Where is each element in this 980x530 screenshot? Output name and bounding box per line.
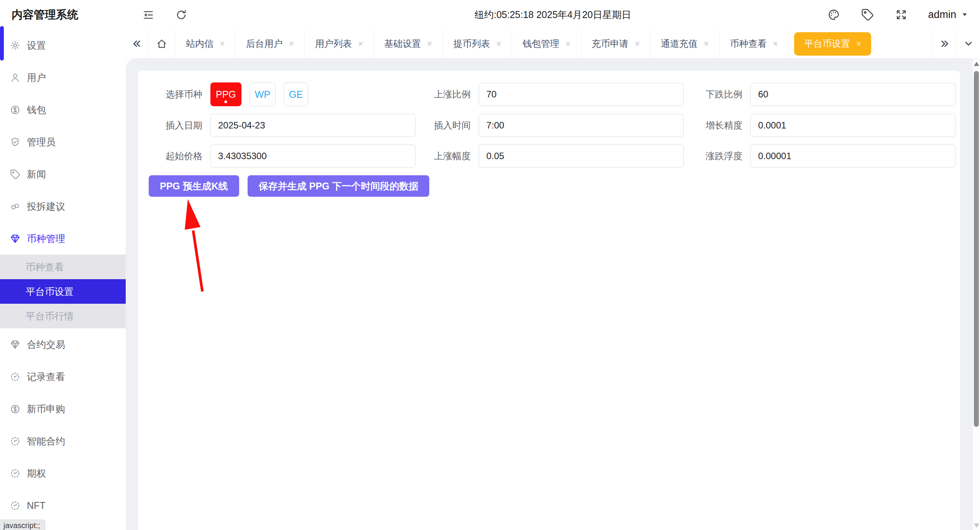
sidebar-subitem-platform-coin-market[interactable]: 平台币行情 bbox=[0, 304, 126, 328]
sidebar-item-label: 智能合约 bbox=[27, 435, 65, 448]
palette-icon bbox=[827, 8, 840, 21]
sidebar-item-wallet[interactable]: 钱包 bbox=[0, 94, 126, 126]
top-right-tools: admin bbox=[827, 0, 969, 29]
insert-date-input[interactable] bbox=[210, 114, 415, 137]
coin-button-label: WP bbox=[255, 89, 270, 100]
tab-close-icon[interactable]: × bbox=[704, 40, 709, 48]
tab-platform-coin-settings-active[interactable]: 平台币设置 × bbox=[794, 32, 871, 56]
sidebar-item-label: 设置 bbox=[27, 39, 46, 52]
tab-close-icon[interactable]: × bbox=[773, 40, 778, 48]
app-window: 内容管理系统 纽约:05:25:18 2025年4月20日星期日 bbox=[0, 0, 980, 530]
fluctuation-cell: 涨跌浮度 bbox=[689, 145, 955, 168]
tab-admin-users[interactable]: 后台用户 × bbox=[235, 29, 304, 58]
tab-withdraw-list[interactable]: 提币列表 × bbox=[443, 29, 512, 58]
growth-precision-input[interactable] bbox=[750, 114, 955, 137]
top-bar: 内容管理系统 纽约:05:25:18 2025年4月20日星期日 bbox=[0, 0, 980, 29]
sidebar-subitem-coin-view[interactable]: 币种查看 bbox=[0, 255, 126, 279]
form-row-1: 选择币种 PPG WP GE bbox=[149, 82, 960, 106]
coin-selector-cell: 选择币种 PPG WP GE bbox=[149, 82, 415, 106]
tab-label: 钱包管理 bbox=[522, 38, 559, 50]
sidebar-item-news[interactable]: 新闻 bbox=[0, 158, 126, 190]
sidebar-item-users[interactable]: 用户 bbox=[0, 61, 126, 94]
selected-dot bbox=[225, 100, 227, 103]
theme-button[interactable] bbox=[827, 8, 840, 21]
tab-site-mail[interactable]: 站内信 × bbox=[176, 29, 235, 58]
tab-close-icon[interactable]: × bbox=[635, 40, 640, 48]
insert-time-input[interactable] bbox=[479, 114, 684, 137]
sidebar-item-label: 新币申购 bbox=[27, 403, 65, 415]
tab-close-icon[interactable]: × bbox=[496, 40, 501, 48]
sidebar-scrollbar-thumb[interactable] bbox=[0, 26, 4, 61]
start-price-input[interactable] bbox=[210, 145, 415, 168]
tab-coin-view[interactable]: 币种查看 × bbox=[720, 29, 789, 58]
link-icon bbox=[10, 201, 20, 212]
user-menu[interactable]: admin bbox=[928, 9, 969, 21]
tab-bar: 站内信 × 后台用户 × 用户列表 × 基础设置 × 提币列表 × 钱包管理 ×… bbox=[126, 29, 980, 59]
coin-ppg-button[interactable]: PPG bbox=[210, 82, 241, 106]
scrollbar-down-arrow-icon[interactable] bbox=[974, 523, 979, 528]
app-title: 内容管理系统 bbox=[11, 0, 78, 29]
home-icon bbox=[156, 38, 167, 49]
dollar-circle-icon bbox=[10, 105, 20, 115]
fluctuation-input[interactable] bbox=[750, 145, 955, 168]
rise-amplitude-label: 上涨幅度 bbox=[417, 150, 471, 162]
sidebar-item-label: 用户 bbox=[27, 71, 46, 84]
fullscreen-button[interactable] bbox=[894, 8, 908, 21]
tabs-scroll-right-button[interactable] bbox=[932, 29, 956, 58]
tab-label: 通道充值 bbox=[661, 38, 698, 50]
tag-icon bbox=[861, 8, 874, 21]
page-scrollbar[interactable] bbox=[972, 59, 980, 530]
sidebar-item-records[interactable]: 记录查看 bbox=[0, 360, 126, 393]
sidebar-item-label: 投拆建议 bbox=[27, 200, 65, 213]
sidebar-item-feedback[interactable]: 投拆建议 bbox=[0, 190, 126, 222]
sidebar-item-coin-manage[interactable]: 币种管理 bbox=[0, 222, 126, 255]
diamond-icon bbox=[10, 234, 20, 244]
sidebar-item-label: NFT bbox=[27, 500, 46, 511]
tab-close-icon[interactable]: × bbox=[358, 40, 363, 48]
sidebar-item-nft[interactable]: NFT bbox=[0, 489, 126, 522]
sidebar-item-smart-contract[interactable]: 智能合约 bbox=[0, 425, 126, 457]
save-next-period-button[interactable]: 保存并生成 PPG 下一个时间段的数据 bbox=[248, 175, 430, 197]
tab-close-icon[interactable]: × bbox=[220, 40, 225, 48]
chevron-down-icon bbox=[963, 38, 974, 49]
coin-button-label: GE bbox=[289, 89, 303, 100]
tab-wallet-manage[interactable]: 钱包管理 × bbox=[512, 29, 581, 58]
fall-ratio-input[interactable] bbox=[750, 83, 955, 106]
sidebar-item-new-coin-subscribe[interactable]: 新币申购 bbox=[0, 393, 126, 425]
tab-user-list[interactable]: 用户列表 × bbox=[305, 29, 374, 58]
tabs-scroll-left-button[interactable] bbox=[126, 29, 148, 58]
submenu-item-label: 币种查看 bbox=[26, 261, 64, 273]
main-content: 选择币种 PPG WP GE bbox=[126, 59, 980, 530]
scrollbar-up-arrow-icon[interactable] bbox=[974, 62, 979, 66]
sidebar-item-admins[interactable]: 管理员 bbox=[0, 126, 126, 158]
sidebar-item-settings[interactable]: 设置 bbox=[0, 29, 126, 61]
rise-amplitude-input[interactable] bbox=[479, 145, 684, 168]
sidebar-item-label: 币种管理 bbox=[27, 232, 65, 245]
coin-selector-group: PPG WP GE bbox=[210, 82, 415, 106]
tabs-menu-button[interactable] bbox=[956, 29, 980, 58]
tab-close-icon[interactable]: × bbox=[427, 40, 432, 48]
tab-basic-settings[interactable]: 基础设置 × bbox=[374, 29, 443, 58]
sidebar-item-options[interactable]: 期权 bbox=[0, 457, 126, 489]
pregen-kline-button[interactable]: PPG 预生成K线 bbox=[149, 175, 239, 197]
home-tab-button[interactable] bbox=[148, 29, 176, 58]
tab-close-icon[interactable]: × bbox=[565, 40, 570, 48]
rise-ratio-input[interactable] bbox=[479, 83, 684, 106]
fall-ratio-cell: 下跌比例 bbox=[689, 83, 955, 106]
insert-date-label: 插入日期 bbox=[149, 119, 202, 132]
tab-deposit-request[interactable]: 充币申请 × bbox=[581, 29, 650, 58]
scrollbar-thumb[interactable] bbox=[974, 71, 979, 427]
coin-ge-button[interactable]: GE bbox=[284, 82, 308, 106]
tags-button[interactable] bbox=[860, 8, 874, 21]
coin-wp-button[interactable]: WP bbox=[250, 82, 276, 106]
sidebar-item-contract-trade[interactable]: 合约交易 bbox=[0, 328, 126, 360]
tab-label: 提币列表 bbox=[453, 38, 490, 50]
tab-label: 币种查看 bbox=[730, 38, 767, 50]
insert-time-cell: 插入时间 bbox=[417, 114, 684, 137]
tab-close-icon[interactable]: × bbox=[856, 40, 861, 48]
tab-close-icon[interactable]: × bbox=[289, 40, 294, 48]
sidebar-subitem-platform-coin-settings[interactable]: 平台币设置 bbox=[0, 279, 126, 304]
sidebar-item-label: 记录查看 bbox=[27, 370, 65, 383]
tab-channel-recharge[interactable]: 通道充值 × bbox=[650, 29, 719, 58]
start-price-label: 起始价格 bbox=[149, 150, 202, 162]
